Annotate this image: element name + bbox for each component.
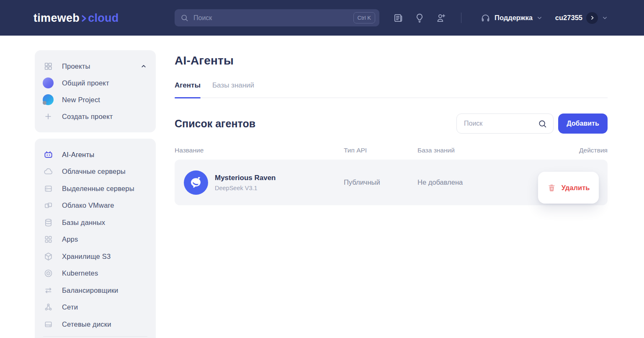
- agent-name-cell: Mysterious Raven DeepSeek V3.1: [175, 170, 344, 195]
- add-agent-button[interactable]: Добавить: [558, 114, 608, 134]
- plus-icon: [43, 112, 53, 121]
- projects-grid-icon: [43, 62, 53, 71]
- project-label: New Project: [62, 96, 100, 104]
- sidebar-item-label: Хранилище S3: [62, 253, 111, 261]
- apps-grid-icon: [43, 235, 53, 244]
- agents-search-input[interactable]: [463, 119, 538, 128]
- page-title: AI-Агенты: [175, 54, 608, 67]
- sidebar-item-project-new[interactable]: New Project: [43, 91, 147, 108]
- support-menu[interactable]: Поддержка: [480, 13, 543, 23]
- sidebar-item-dedicated-servers[interactable]: Выделенные серверы: [43, 180, 147, 197]
- sidebar-item-cloud-servers[interactable]: Облачные серверы: [43, 163, 147, 181]
- agents-section-header: Список агентов Добавить: [175, 114, 608, 134]
- user-add-icon[interactable]: [435, 13, 446, 23]
- agent-avatar: [184, 170, 208, 195]
- sidebar-item-apps[interactable]: Apps: [43, 231, 147, 248]
- logo-text-timeweb: timeweb: [33, 11, 80, 24]
- agent-model: DeepSeek V3.1: [215, 185, 276, 191]
- column-header-name: Название: [175, 147, 344, 154]
- sidebar-item-s3-storage[interactable]: Хранилище S3: [43, 248, 147, 265]
- project-avatar: [43, 94, 53, 105]
- sidebar-item-label: Облако VMware: [62, 201, 114, 209]
- create-project-button[interactable]: Создать проект: [43, 108, 147, 125]
- sidebar-item-network-disks[interactable]: Сетевые диски: [43, 316, 147, 333]
- vmware-icon: [43, 201, 53, 210]
- sidebar-item-ai-agents[interactable]: AI-Агенты: [43, 146, 147, 163]
- agent-api-type: Публичный: [344, 178, 417, 186]
- project-avatar: [43, 77, 53, 88]
- create-project-label: Создать проект: [62, 113, 113, 121]
- agent-name: Mysterious Raven: [215, 174, 276, 182]
- lightbulb-icon[interactable]: [414, 13, 425, 23]
- agents-search[interactable]: [456, 114, 554, 134]
- sidebar-item-label: AI-Агенты: [62, 151, 94, 159]
- sidebar-item-label: Базы данных: [62, 219, 105, 227]
- tab-knowledge-bases[interactable]: Базы знаний: [212, 81, 254, 98]
- trash-icon: [547, 183, 556, 192]
- tab-agents[interactable]: Агенты: [175, 81, 201, 98]
- account-id: cu27355: [555, 14, 582, 22]
- chevron-up-icon[interactable]: [140, 62, 147, 70]
- chevron-down-icon: [536, 15, 543, 21]
- sidebar-menu: AI-Агенты Облачные серверы Выделенные се…: [35, 139, 156, 338]
- whale-icon: [189, 176, 203, 189]
- sidebar-item-label: Балансировщики: [62, 286, 118, 294]
- global-search[interactable]: Ctrl K: [175, 9, 379, 26]
- topbar-divider: [461, 13, 461, 23]
- section-controls: Добавить: [456, 114, 608, 134]
- sidebar-item-networks[interactable]: Сети: [43, 299, 147, 316]
- topbar: timeweb cloud Ctrl K Поддержка: [0, 0, 644, 36]
- sidebar-item-label: Сетевые диски: [62, 320, 111, 328]
- cloud-icon: [43, 167, 53, 176]
- logo-chevron-icon: [81, 15, 87, 22]
- search-icon[interactable]: [538, 119, 547, 128]
- column-header-knowledge-base: База знаний: [417, 147, 579, 154]
- account-menu[interactable]: cu27355: [555, 12, 608, 24]
- news-icon[interactable]: [393, 13, 404, 23]
- sidebar-item-project-common[interactable]: Общий проект: [43, 75, 147, 91]
- support-label: Поддержка: [495, 14, 533, 22]
- network-nodes-icon: [43, 302, 53, 312]
- sidebar-item-label: Apps: [62, 235, 78, 243]
- column-header-api-type: Тип API: [344, 147, 417, 154]
- network-disk-icon: [43, 320, 53, 329]
- sidebar-item-databases[interactable]: Базы данных: [43, 214, 147, 231]
- topbar-icon-group: [393, 0, 446, 36]
- headphones-icon: [480, 13, 491, 23]
- tab-bar: Агенты Базы знаний: [175, 81, 608, 98]
- delete-menu-item[interactable]: Удалить: [538, 172, 599, 204]
- cube-icon: [43, 252, 53, 261]
- projects-card: Проекты Общий проект New Project Создать…: [35, 50, 156, 132]
- column-header-actions: Действия: [579, 147, 608, 154]
- agent-table-row[interactable]: Mysterious Raven DeepSeek V3.1 Публичный…: [175, 160, 608, 205]
- balancer-arrows-icon: [43, 286, 53, 295]
- sidebar-item-load-balancers[interactable]: Балансировщики: [43, 282, 147, 299]
- sidebar-divider: [43, 336, 147, 337]
- sidebar-item-label: Выделенные серверы: [62, 185, 134, 193]
- logo-text-cloud: cloud: [88, 11, 119, 24]
- global-search-input[interactable]: [193, 14, 349, 22]
- projects-header[interactable]: Проекты: [43, 58, 147, 75]
- robot-icon: [43, 150, 53, 160]
- sidebar-item-label: Сети: [62, 303, 78, 311]
- timeweb-cloud-logo[interactable]: timeweb cloud: [33, 11, 119, 24]
- project-label: Общий проект: [62, 79, 109, 87]
- section-title: Список агентов: [175, 118, 255, 130]
- database-icon: [43, 218, 53, 227]
- topbar-right-group: Поддержка cu27355: [480, 0, 608, 36]
- table-header-row: Название Тип API База знаний Действия: [175, 147, 608, 154]
- delete-label: Удалить: [562, 184, 590, 192]
- account-arrow-button[interactable]: [586, 12, 598, 24]
- sidebar-item-vmware-cloud[interactable]: Облако VMware: [43, 197, 147, 214]
- main-content: AI-Агенты Агенты Базы знаний Список аген…: [175, 36, 608, 205]
- projects-title: Проекты: [62, 62, 90, 70]
- sidebar-item-label: Kubernetes: [62, 269, 98, 277]
- shortcut-badge: Ctrl K: [353, 12, 376, 23]
- search-icon: [180, 14, 188, 22]
- sidebar-item-kubernetes[interactable]: Kubernetes: [43, 265, 147, 282]
- chevron-down-icon: [602, 15, 608, 21]
- sidebar-item-label: Облачные серверы: [62, 168, 126, 175]
- server-icon: [43, 184, 53, 194]
- kubernetes-icon: [43, 268, 53, 278]
